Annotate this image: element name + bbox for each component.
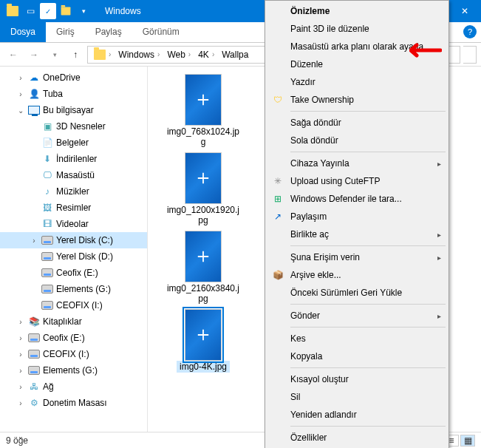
folder-small-icon[interactable] [58,3,74,19]
tree-item-onedrive[interactable]: ›☁OneDrive [0,69,147,86]
menu-item-windows-defender-ile-tara-[interactable]: ⊞Windows Defender ile tara... [267,190,447,208]
search-input[interactable] [463,46,477,64]
tree-item-m-zikler[interactable]: ♪Müzikler [0,183,147,200]
tree-item-elements-g-[interactable]: ›Elements (G:) [0,362,147,379]
menu-item-kopyala[interactable]: Kopyala [267,347,447,365]
tree-item-label: Ceofix (E:) [43,333,85,343]
breadcrumb-segment[interactable]: Wallpa [219,48,251,61]
expand-icon[interactable]: ⌄ [16,106,25,115]
tab-share[interactable]: Paylaş [85,22,132,42]
menu-item-label: Take Ownership [290,95,354,105]
libs-icon: 📚 [28,316,40,327]
expand-icon[interactable]: › [16,399,25,407]
menu-item-yeniden-adland-r[interactable]: Yeniden adlandır [267,406,447,424]
expand-icon[interactable]: › [16,383,25,391]
expand-icon[interactable]: › [16,74,25,82]
tree-item-ceofix-i-[interactable]: ›CEOFIX (I:) [0,346,147,362]
file-thumb[interactable]: img0-4K.jpg [163,309,244,373]
menu-item--una-eri-im-verin[interactable]: Şuna Erişim verin [267,248,447,266]
expand-icon[interactable]: › [16,367,25,375]
menu-item-cihaza-yay-nla[interactable]: Cihaza Yayınla [267,155,447,172]
qat-dropdown-icon[interactable]: ▾ [75,3,92,19]
thumbnail-image [185,152,222,204]
menu-item-label: Sil [290,392,300,402]
tree-item-a-[interactable]: ›🖧Ağ [0,379,147,395]
tree-item-videolar[interactable]: 🎞Videolar [0,216,147,232]
tree-item-masa-st-[interactable]: 🖵Masaüstü [0,167,147,183]
menu-item-paint-3d-ile-d-zenle[interactable]: Paint 3D ile düzenle [267,20,447,38]
menu-separator [290,426,446,427]
file-thumb[interactable]: img0_2160x3840.jpg [163,231,244,305]
breadcrumb-root-icon[interactable]: › [91,48,114,61]
qat-checkbox-icon[interactable]: ✓ [40,3,56,19]
folder3d-icon: ▣ [41,121,53,132]
menu-item-g-nder[interactable]: Gönder [267,307,447,325]
breadcrumb-segment[interactable]: Web› [164,48,194,61]
tree-item-ceofix-e-[interactable]: Ceofix (E:) [0,265,147,281]
nav-forward-icon[interactable]: → [25,46,43,64]
nav-history-icon[interactable]: ▾ [46,46,64,64]
menu-item-take-ownership[interactable]: 🛡Take Ownership [267,91,447,109]
menu-item--nizleme[interactable]: Önizleme [267,2,447,20]
tree-item-i-ndirilenler[interactable]: ⬇İndirilenler [0,151,147,167]
tree-item-yerel-disk-d-[interactable]: Yerel Disk (D:) [0,248,147,265]
tree-item-belgeler[interactable]: 📄Belgeler [0,135,147,151]
tab-home[interactable]: Giriş [46,22,85,42]
menu-item-sola-d-nd-r[interactable]: Sola döndür [267,132,447,149]
menu-item-birlikte-a-[interactable]: Birlikte aç [267,225,447,243]
tree-item-yerel-disk-c-[interactable]: ›Yerel Disk (C:) [0,232,147,248]
menu-item-label: Kısayol oluştur [290,374,349,384]
menu-item-label: Önceki Sürümleri Geri Yükle [290,288,402,298]
file-label: img0-4K.jpg [177,361,230,373]
menu-item-label: Gönder [290,310,320,321]
defender-icon: ⊞ [271,192,284,206]
menu-separator [290,327,446,327]
tab-file[interactable]: Dosya [0,22,46,42]
tree-item-ceofix-i-[interactable]: CEOFIX (I:) [0,297,147,313]
expand-icon[interactable]: › [16,350,25,359]
tree-item-label: Resimler [56,203,91,213]
menu-item--zellikler[interactable]: Özellikler [267,429,447,447]
menu-item--nceki-s-r-mleri-geri-y-kle[interactable]: Önceki Sürümleri Geri Yükle [267,284,447,302]
menu-item-k-sayol-olu-tur[interactable]: Kısayol oluştur [267,370,447,388]
tab-view[interactable]: Görünüm [132,22,190,42]
tree-item-ceofix-e-[interactable]: ›Ceofix (E:) [0,330,147,346]
expand-icon[interactable]: › [16,318,25,326]
tree-item-resimler[interactable]: 🖼Resimler [0,200,147,216]
tree-item-tuba[interactable]: ›👤Tuba [0,86,147,102]
close-icon[interactable]: ✕ [448,0,481,22]
breadcrumb-segment[interactable]: Windows› [115,48,163,61]
menu-item-yazd-r[interactable]: Yazdır [267,73,447,91]
tree-item-kitapl-klar[interactable]: ›📚Kitaplıklar [0,313,147,330]
menu-item-label: Birlikte aç [290,229,329,240]
expand-icon[interactable]: › [16,334,25,342]
menu-item-ar-ive-ekle-[interactable]: 📦Arşive ekle... [267,266,447,284]
expand-icon[interactable]: › [16,90,25,98]
menu-item-sa-a-d-nd-r[interactable]: Sağa döndür [267,114,447,132]
help-icon[interactable]: ? [463,25,477,38]
file-thumb[interactable]: img0_1200x1920.jpg [163,152,244,226]
menu-separator [290,245,446,246]
view-thumbs-icon[interactable]: ▦ [460,435,475,447]
tree-item-3d-nesneler[interactable]: ▣3D Nesneler [0,118,147,135]
menu-item-kes[interactable]: Kes [267,330,447,347]
breadcrumb-segment[interactable]: 4K› [195,48,217,61]
nav-up-icon[interactable]: ↑ [66,46,84,64]
menu-item-upload-using-cuteftp[interactable]: ✳Upload using CuteFTP [267,172,447,190]
menu-item-label: Arşive ekle... [290,270,341,280]
nav-back-icon[interactable]: ← [4,46,22,64]
expand-icon[interactable]: › [30,237,38,245]
tree-item-bu-bilgisayar[interactable]: ⌄Bu bilgisayar [0,102,147,118]
thumbnail-image [185,231,222,282]
menu-item-sil[interactable]: Sil [267,388,447,406]
menu-item-label: Kes [290,333,306,344]
navigation-tree: ›☁OneDrive›👤Tuba⌄Bu bilgisayar▣3D Nesnel… [0,67,148,432]
tree-item-label: CEOFIX (I:) [56,300,103,310]
folder-icon[interactable] [4,3,21,19]
tree-item-elements-g-[interactable]: Elements (G:) [0,281,147,297]
qat-properties-icon[interactable]: ▭ [22,3,38,19]
menu-item-payla-m[interactable]: ↗Paylaşım [267,208,447,225]
tree-item-donetim-masas-[interactable]: ›⚙Donetim Masası [0,395,147,411]
file-thumb[interactable]: img0_768x1024.jpg [163,74,244,148]
tree-item-label: Masaüstü [56,170,95,180]
